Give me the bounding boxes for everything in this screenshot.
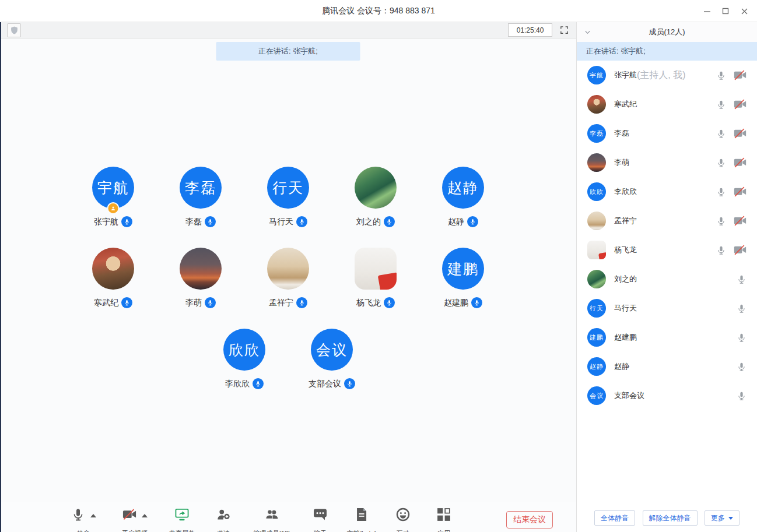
member-row[interactable]: 宇航张宇航(主持人, 我) bbox=[577, 61, 757, 90]
member-role-suffix: (主持人, 我) bbox=[637, 69, 686, 82]
member-row[interactable]: 刘之的 bbox=[577, 265, 757, 294]
participant-tile[interactable]: 杨飞龙 bbox=[344, 248, 408, 308]
participant-tile[interactable]: 建鹏赵建鹏 bbox=[431, 248, 495, 308]
participant-tile[interactable]: 李萌 bbox=[169, 248, 233, 308]
member-name: 孟祥宁 bbox=[614, 216, 637, 226]
participant-tile[interactable]: 欣欣李欣欣 bbox=[212, 329, 276, 389]
sidebar-speaking-banner: 正在讲话: 张宇航; bbox=[577, 42, 757, 61]
participant-name-row: 赵建鹏 bbox=[444, 297, 482, 308]
apps-button[interactable]: 应用 bbox=[423, 508, 464, 532]
manage-members-icon bbox=[265, 509, 279, 522]
mic-icon[interactable] bbox=[716, 245, 726, 255]
member-list: 宇航张宇航(主持人, 我)寒武纪李磊李磊李萌欣欣李欣欣孟祥宁杨飞龙刘之的行天马行… bbox=[577, 61, 757, 410]
mute-button[interactable]: 静音 bbox=[58, 508, 108, 532]
unmute-all-button[interactable]: 解除全体静音 bbox=[643, 510, 698, 526]
camera-off-icon[interactable] bbox=[734, 70, 747, 80]
mic-icon[interactable] bbox=[737, 333, 747, 343]
avatar-initials: 欣欣 bbox=[590, 188, 604, 196]
chevron-down-icon[interactable] bbox=[584, 29, 591, 36]
participant-tile[interactable]: 寒武纪 bbox=[81, 248, 145, 308]
participant-tile[interactable]: 李磊李磊 bbox=[169, 167, 233, 227]
camera-off-icon bbox=[122, 509, 136, 522]
share-screen-button[interactable]: 共享屏幕 bbox=[161, 508, 203, 532]
mic-on-icon bbox=[467, 216, 478, 227]
members-panel-title: 成员(12人) bbox=[649, 27, 685, 37]
participant-grid: 宇航张宇航李磊李磊行天马行天刘之的赵静赵静寒武纪李萌孟祥宁杨飞龙建鹏赵建鹏欣欣李… bbox=[0, 167, 576, 389]
start-video-button[interactable]: 开启视频 bbox=[108, 508, 161, 532]
manage-members-button[interactable]: 管理成员(12) bbox=[244, 508, 300, 532]
member-name: 杨飞龙 bbox=[614, 245, 637, 255]
close-icon bbox=[741, 8, 748, 15]
member-status-icons bbox=[716, 186, 747, 197]
member-row[interactable]: 寒武纪 bbox=[577, 90, 757, 119]
speaking-banner: 正在讲话: 张宇航; bbox=[216, 42, 360, 61]
participant-tile[interactable]: 刘之的 bbox=[344, 167, 408, 227]
participant-avatar: 建鹏 bbox=[442, 248, 484, 290]
mic-on-icon bbox=[296, 297, 307, 308]
chat-button[interactable]: 聊天 bbox=[300, 508, 341, 532]
avatar-initials: 欣欣 bbox=[229, 340, 260, 360]
fullscreen-icon[interactable] bbox=[559, 25, 569, 35]
member-row[interactable]: 李磊李磊 bbox=[577, 119, 757, 148]
reactions-button[interactable]: 互动 bbox=[383, 508, 423, 532]
maximize-button[interactable] bbox=[716, 2, 735, 20]
avatar-initials: 建鹏 bbox=[447, 259, 479, 279]
mic-icon[interactable] bbox=[716, 216, 726, 226]
mic-icon[interactable] bbox=[716, 158, 726, 168]
mic-icon[interactable] bbox=[716, 71, 726, 80]
member-name: 李萌 bbox=[614, 157, 629, 168]
member-name: 赵静 bbox=[614, 361, 629, 372]
meeting-topbar: 01:25:40 bbox=[0, 22, 576, 38]
camera-off-icon[interactable] bbox=[734, 157, 747, 168]
mic-icon[interactable] bbox=[737, 391, 747, 401]
mic-icon[interactable] bbox=[737, 274, 747, 284]
participant-tile[interactable]: 宇航张宇航 bbox=[81, 167, 145, 227]
participant-name: 李欣欣 bbox=[225, 379, 250, 389]
member-row[interactable]: 建鹏赵建鹏 bbox=[577, 323, 757, 352]
caret-up-icon[interactable] bbox=[142, 514, 148, 517]
mic-on-icon bbox=[296, 216, 307, 227]
camera-off-icon[interactable] bbox=[734, 99, 747, 110]
participant-tile[interactable]: 会议支部会议 bbox=[300, 329, 364, 389]
mic-icon[interactable] bbox=[716, 100, 726, 110]
member-row[interactable]: 孟祥宁 bbox=[577, 206, 757, 235]
member-row[interactable]: 赵静赵静 bbox=[577, 352, 757, 381]
caret-up-icon[interactable] bbox=[90, 514, 96, 517]
participant-tile[interactable]: 赵静赵静 bbox=[431, 167, 495, 227]
mic-icon[interactable] bbox=[716, 129, 726, 139]
mute-all-button[interactable]: 全体静音 bbox=[594, 510, 635, 526]
participant-name-row: 支部会议 bbox=[309, 378, 355, 389]
close-button[interactable] bbox=[735, 2, 754, 20]
member-avatar: 建鹏 bbox=[587, 328, 606, 347]
footer-button-label: 解除全体静音 bbox=[649, 513, 691, 523]
desktop-edge bbox=[0, 22, 1, 532]
member-row[interactable]: 会议支部会议 bbox=[577, 381, 757, 410]
members-panel-footer: 全体静音解除全体静音更多 bbox=[577, 504, 757, 532]
toolbar-icon-row bbox=[216, 508, 230, 524]
camera-off-icon[interactable] bbox=[734, 186, 747, 197]
member-row[interactable]: 行天马行天 bbox=[577, 294, 757, 323]
toolbar-item-label: 互动 bbox=[397, 529, 409, 532]
camera-off-icon[interactable] bbox=[734, 128, 747, 139]
participant-tile[interactable]: 孟祥宁 bbox=[256, 248, 320, 308]
invite-button[interactable]: 邀请 bbox=[203, 508, 244, 532]
toolbar-icon-row bbox=[175, 508, 189, 524]
participant-tile[interactable]: 行天马行天 bbox=[256, 167, 320, 227]
minimize-button[interactable] bbox=[698, 2, 716, 20]
member-row[interactable]: 欣欣李欣欣 bbox=[577, 177, 757, 206]
end-meeting-button[interactable]: 结束会议 bbox=[506, 511, 553, 529]
mic-on-icon bbox=[253, 378, 264, 389]
member-name: 支部会议 bbox=[614, 390, 644, 401]
member-row[interactable]: 李萌 bbox=[577, 148, 757, 177]
member-row[interactable]: 杨飞龙 bbox=[577, 235, 757, 265]
member-name: 刘之的 bbox=[614, 274, 637, 284]
member-status-icons bbox=[716, 157, 747, 168]
mic-icon[interactable] bbox=[737, 362, 747, 372]
security-shield-icon[interactable] bbox=[7, 23, 21, 37]
mic-icon[interactable] bbox=[737, 304, 747, 313]
docs-button[interactable]: 文档(beta) bbox=[341, 508, 383, 532]
camera-off-icon[interactable] bbox=[734, 216, 747, 226]
more-button[interactable]: 更多 bbox=[705, 510, 740, 526]
mic-icon[interactable] bbox=[716, 187, 726, 197]
camera-off-icon[interactable] bbox=[734, 245, 747, 255]
